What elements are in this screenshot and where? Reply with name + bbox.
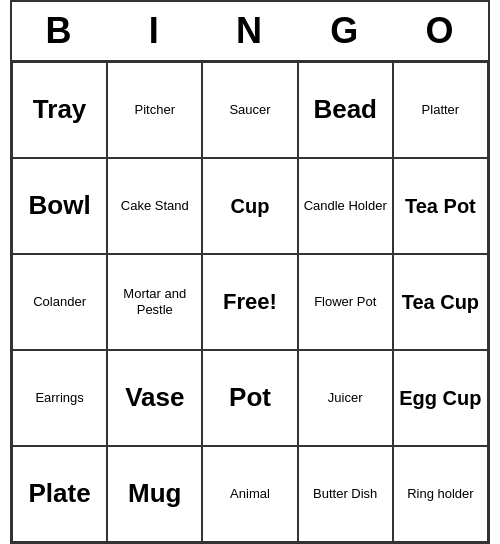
bingo-cell: Earrings [12, 350, 107, 446]
bingo-cell: Candle Holder [298, 158, 393, 254]
bingo-cell: Bowl [12, 158, 107, 254]
header-letter: G [298, 2, 393, 60]
header-letter: N [202, 2, 297, 60]
bingo-cell: Mug [107, 446, 202, 542]
header-letter: I [107, 2, 202, 60]
bingo-cell: Free! [202, 254, 297, 350]
bingo-cell: Tea Pot [393, 158, 488, 254]
bingo-cell: Colander [12, 254, 107, 350]
bingo-cell: Bead [298, 62, 393, 158]
bingo-cell: Tray [12, 62, 107, 158]
bingo-cell: Platter [393, 62, 488, 158]
bingo-cell: Vase [107, 350, 202, 446]
bingo-cell: Cake Stand [107, 158, 202, 254]
bingo-cell: Butter Dish [298, 446, 393, 542]
bingo-cell: Juicer [298, 350, 393, 446]
bingo-cell: Pitcher [107, 62, 202, 158]
bingo-grid: TrayPitcherSaucerBeadPlatterBowlCake Sta… [12, 62, 488, 542]
header-letter: B [12, 2, 107, 60]
header-letter: O [393, 2, 488, 60]
bingo-cell: Plate [12, 446, 107, 542]
bingo-cell: Egg Cup [393, 350, 488, 446]
bingo-cell: Ring holder [393, 446, 488, 542]
bingo-cell: Flower Pot [298, 254, 393, 350]
bingo-cell: Mortar and Pestle [107, 254, 202, 350]
bingo-cell: Animal [202, 446, 297, 542]
bingo-cell: Tea Cup [393, 254, 488, 350]
bingo-cell: Pot [202, 350, 297, 446]
bingo-card: BINGO TrayPitcherSaucerBeadPlatterBowlCa… [10, 0, 490, 544]
bingo-cell: Saucer [202, 62, 297, 158]
bingo-cell: Cup [202, 158, 297, 254]
bingo-header: BINGO [12, 2, 488, 62]
